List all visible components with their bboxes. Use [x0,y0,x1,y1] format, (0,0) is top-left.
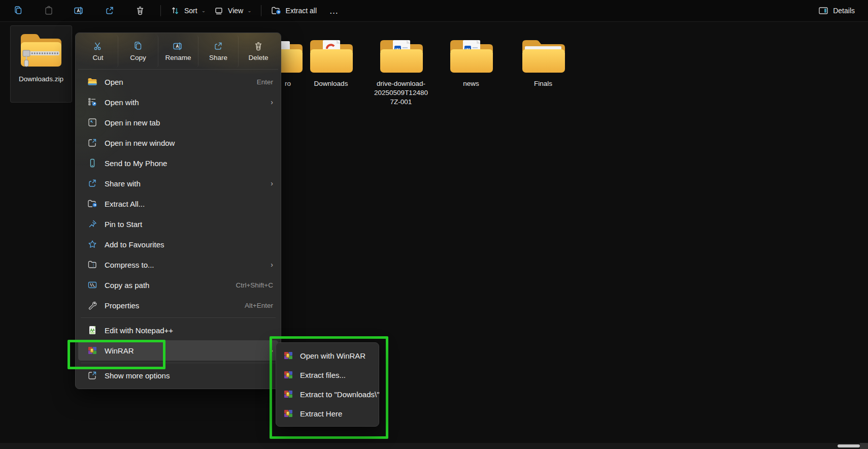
file-explorer-window: Sort ⌄ View ⌄ Extract all … [0,0,868,449]
rename-label: Rename [165,54,191,61]
folder-drive-download[interactable]: w drive-download- 20250509T12480 7Z-001 [368,36,434,107]
submenu-item-extract-here[interactable]: Extract Here [279,404,376,423]
file-label: Downloads.zip [19,75,63,84]
menu-item-show-more-options[interactable]: Show more options [78,365,278,386]
menu-item-open-in-new-window[interactable]: Open in new window [78,133,278,153]
file-label: drive-download- 20250509T12480 7Z-001 [374,79,428,107]
copy-icon [133,41,143,51]
shortcut: Enter [257,78,273,86]
menu-item-pin-to-start[interactable]: Pin to Start [78,214,278,234]
chevron-right-icon: › [271,179,273,187]
menu-item-extract-all[interactable]: Extract All... [78,194,278,214]
folder-icon [86,76,98,87]
menu-item-send-to-my-phone[interactable]: Send to My Phone [78,153,278,173]
menu-item-edit-with-notepadpp[interactable]: Edit with Notepad++ [78,320,278,340]
submenu-item-open-with-winrar[interactable]: Open with WinRAR [279,346,376,365]
menu-separator [81,363,276,363]
folder-icon [520,36,566,76]
winrar-icon [283,389,294,399]
chevron-right-icon: › [271,346,273,355]
share-button[interactable]: Share [198,35,239,68]
open-with-icon [86,97,98,108]
cut-icon [93,41,103,51]
rename-icon [173,41,184,51]
extract-all-icon [86,198,98,209]
context-menu-command-bar: Cut Copy Rename [78,35,278,70]
copy-icon [13,6,23,16]
trash-icon [135,6,145,16]
more-options-button[interactable]: … [321,2,347,19]
winrar-icon [283,350,294,361]
folder-downloads[interactable]: Downloads [303,36,359,88]
share-icon [213,41,223,51]
menu-item-compress-to[interactable]: Compress to... › [78,254,278,275]
ellipsis-icon: … [329,6,339,16]
folder-icon: w [378,36,424,76]
menu-item-share-with[interactable]: Share with › [78,173,278,194]
menu-item-open[interactable]: Open Enter [78,72,278,92]
submenu-item-extract-to-downloads[interactable]: Extract to "Downloads\" [279,384,376,404]
extract-all-icon [271,6,282,16]
phone-icon [86,157,98,169]
compress-icon [86,259,98,270]
menu-item-properties[interactable]: Properties Alt+Enter [78,295,278,315]
wrench-icon [86,300,98,311]
chevron-down-icon: ⌄ [247,9,251,13]
copy-label: Copy [130,54,146,61]
menu-item-copy-as-path[interactable]: Copy as path Ctrl+Shift+C [78,275,278,295]
folder-news[interactable]: w news [447,36,495,88]
extract-all-button[interactable]: Extract all [266,2,321,19]
view-button[interactable]: View ⌄ [210,2,255,19]
folder-finals[interactable]: Finals [519,36,567,88]
notepadpp-icon [86,325,98,336]
menu-item-open-with[interactable]: Open with › [78,92,278,112]
cut-button[interactable]: Cut [78,35,118,68]
delete-button[interactable]: Delete [239,35,278,68]
zip-folder-icon [17,28,65,72]
shortcut: Alt+Enter [245,302,273,309]
context-menu: Cut Copy Rename [75,33,281,389]
delete-button[interactable] [125,2,155,19]
winrar-icon [86,345,98,356]
chevron-right-icon: › [271,261,273,269]
command-toolbar: Sort ⌄ View ⌄ Extract all … [0,0,868,22]
extract-all-label: Extract all [286,7,317,15]
menu-separator [81,317,276,318]
share-label: Share [209,54,227,61]
share-icon [105,6,115,16]
details-label: Details [833,7,855,15]
menu-item-open-in-new-tab[interactable]: Open in new tab [78,112,278,133]
submenu-item-extract-files[interactable]: Extract files... [279,365,376,384]
file-label: news [463,79,479,88]
horizontal-scrollbar[interactable] [0,443,868,449]
new-window-icon [86,137,98,148]
rename-button[interactable] [64,2,94,19]
scrollbar-thumb[interactable] [838,444,860,447]
toolbar-separator [261,5,261,16]
star-icon [86,239,98,250]
copy-as-path-icon [86,279,98,291]
file-downloads-zip[interactable]: Downloads.zip [10,25,72,103]
winrar-icon [283,408,294,419]
share-button[interactable] [94,2,125,19]
view-label: View [228,7,243,15]
show-more-icon [86,370,98,381]
menu-item-winrar[interactable]: WinRAR › [78,340,278,361]
menu-item-add-to-favourites[interactable]: Add to Favourites [78,234,278,254]
copy-button[interactable] [3,2,34,19]
scrollbar-corner [860,443,868,449]
paste-button[interactable] [34,2,64,19]
copy-button[interactable]: Copy [118,35,158,68]
toolbar-separator [160,5,161,16]
sort-button[interactable]: Sort ⌄ [166,2,210,19]
folder-icon: w [448,36,494,76]
chevron-right-icon: › [271,98,273,106]
sort-label: Sort [184,7,197,15]
folder-icon [308,36,354,76]
file-label: Finals [534,79,552,88]
share-icon [86,178,98,189]
paste-icon [44,6,54,16]
rename-button[interactable]: Rename [158,35,198,68]
details-button[interactable]: Details [814,2,859,19]
trash-icon [253,41,263,51]
